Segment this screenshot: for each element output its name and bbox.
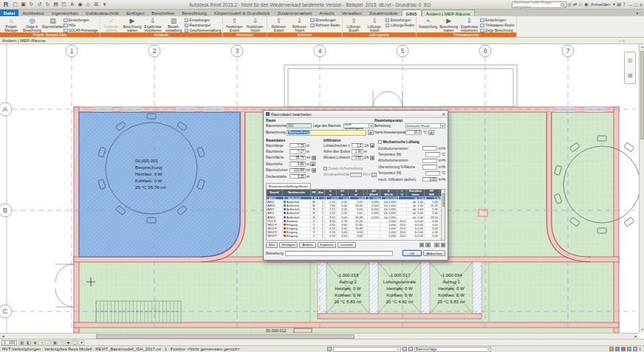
tab-gebäudetechnik[interactable]: Gebäudetechnik bbox=[82, 10, 123, 16]
links-icon[interactable] bbox=[615, 347, 620, 351]
scale-selector[interactable]: 1 : 100 bbox=[1, 340, 17, 345]
column-header-t[interactable]: t°C bbox=[397, 190, 407, 196]
section-icon[interactable]: ◇ bbox=[85, 1, 92, 7]
zoom-icon[interactable]: ⊞ bbox=[628, 72, 633, 79]
vertical-scrollbar[interactable]: ▲ ▼ bbox=[639, 44, 644, 333]
mech-infiltration-außen-field[interactable]: 0.00 bbox=[422, 177, 437, 182]
network-check-button[interactable]: ≈Netzprüfung bbox=[418, 16, 438, 29]
luftwechselrate-n50-field[interactable]: 1.5 bbox=[352, 143, 363, 148]
column-header-korrektur[interactable]: Korrekturfaktor bbox=[407, 190, 425, 196]
radiator-import-button[interactable]: ⇩Heizkörper- Import bbox=[245, 16, 265, 32]
settings-button[interactable]: Einstellungen bbox=[64, 18, 98, 23]
ribbon-collapse-icon[interactable]: ▾ ◦ bbox=[636, 10, 644, 16]
ändern-button[interactable]: Ändern bbox=[299, 242, 315, 248]
settings-button[interactable]: Einstellungen bbox=[185, 18, 222, 23]
underlay-icon[interactable] bbox=[627, 347, 631, 351]
view-restore-icon[interactable]: □ bbox=[623, 38, 625, 43]
refresh-icon[interactable]: ▦ bbox=[425, 243, 431, 247]
calc-icon[interactable]: ▦ bbox=[370, 143, 375, 148]
calc-area-icon[interactable]: ▦ bbox=[312, 156, 317, 160]
sync-with-central-icon[interactable]: ↻ bbox=[28, 1, 35, 7]
column-header-b[interactable]: bm bbox=[325, 190, 337, 196]
restore-icon[interactable]: □ bbox=[634, 2, 637, 7]
qat-menu-icon[interactable]: ▾ bbox=[101, 1, 108, 7]
pipe-network-export-button[interactable]: ⇧Rohrnetz- Export bbox=[269, 16, 289, 32]
scroll-down-icon[interactable]: ▼ bbox=[640, 327, 644, 333]
excel-export-icon[interactable]: ▦ bbox=[419, 243, 425, 247]
open-icon[interactable]: ▢ bbox=[12, 1, 18, 7]
redo-icon[interactable]: ↻ bbox=[44, 1, 51, 7]
tab-einfügen[interactable]: Einfügen bbox=[123, 10, 148, 16]
column-header-h-l[interactable]: h/lm bbox=[337, 190, 349, 196]
ventilation-import-button[interactable]: ⇩Lüftungs- Import bbox=[365, 16, 385, 32]
vertical-scroll-thumb[interactable] bbox=[640, 51, 644, 139]
settings-button[interactable]: Einstellungen bbox=[386, 18, 414, 23]
start-calculation-button[interactable]: ▶Berechnung starten bbox=[439, 16, 459, 32]
column-header-u[interactable]: ΔUW/m²K bbox=[368, 190, 380, 196]
zusatz-aufheiz-checkbox[interactable] bbox=[323, 167, 327, 170]
tab-raumumschliessungsflaeche[interactable]: Raumumschließungsfläche bbox=[266, 183, 311, 189]
column-header-ht[interactable]: HTW/K bbox=[425, 190, 439, 196]
bezeichnung-browse-button[interactable]: ▦ bbox=[368, 130, 374, 135]
visual-style-icon[interactable]: ◧ bbox=[25, 340, 31, 345]
filter-icon[interactable] bbox=[609, 347, 614, 351]
tab-verwalten[interactable]: Verwalten bbox=[338, 10, 365, 16]
deckenstärke-field[interactable]: 0.25 bbox=[290, 174, 306, 179]
sort-up-icon[interactable]: ▦ bbox=[434, 243, 439, 247]
favorites-icon[interactable]: ☆ bbox=[578, 1, 583, 7]
project-manager-button[interactable]: ⌂Projekt- Manager bbox=[1, 16, 21, 32]
tab-zusatzmodule[interactable]: Zusatzmodule bbox=[366, 10, 402, 16]
properties-button[interactable]: ▤Eigenschaften bbox=[43, 16, 63, 29]
tab-zusammenarbeit[interactable]: Zusammenarbeit bbox=[274, 10, 315, 16]
help-button[interactable]: Hilfe bbox=[64, 24, 98, 28]
raumhöhe-field[interactable]: 3.80 bbox=[290, 162, 306, 166]
room-stamp-button[interactable]: Raumstempel bbox=[185, 24, 222, 28]
column-header-a[interactable]: Am² bbox=[349, 190, 364, 196]
temperatur-m-field[interactable] bbox=[425, 152, 440, 156]
analytic-model-icon[interactable]: ● bbox=[78, 340, 84, 345]
column-header-bauteil[interactable]: Bauteil bbox=[267, 190, 283, 196]
save-icon[interactable]: ▣ bbox=[20, 1, 27, 7]
einfügen-button[interactable]: Einfügen bbox=[279, 242, 298, 248]
print-icon[interactable]: ▤ bbox=[52, 1, 59, 7]
scroll-up-icon[interactable]: ▲ bbox=[640, 44, 644, 50]
pipe-network-import-button[interactable]: ⇩Rohrnetz- Import bbox=[290, 16, 309, 32]
worksets-icon[interactable] bbox=[327, 347, 332, 351]
bezeichnung-field[interactable]: Besprechung bbox=[287, 130, 366, 136]
mech-lueftung-checkbox[interactable] bbox=[378, 140, 382, 144]
tab-ansicht[interactable]: Ansicht bbox=[315, 10, 338, 16]
workset-select[interactable]: ▼ bbox=[333, 347, 401, 352]
dialog-title-bar[interactable]: Raumdaten bearbeiten ✕ bbox=[264, 111, 448, 118]
cancel-button[interactable]: Abbrechen bbox=[423, 250, 445, 256]
raumbreite-field[interactable]: 7.17 bbox=[290, 149, 306, 153]
import-results-button[interactable]: ⇩Ergebnisse importieren bbox=[143, 16, 163, 32]
sun-path-icon[interactable]: ◉ bbox=[32, 340, 38, 345]
abluftvolumenstrom-field[interactable] bbox=[422, 159, 437, 163]
settings-button[interactable]: Einstellungen bbox=[310, 18, 340, 23]
start-calculation-button[interactable]: ▶Berechnung starten bbox=[123, 16, 143, 32]
surfaces-table[interactable]: BauteilNachbarseiteHRAnzbmh/lmAm²-ΔUW/m²… bbox=[266, 189, 445, 241]
tab-berechnung[interactable]: Berechnung bbox=[178, 10, 210, 16]
store-icon[interactable]: ▤ bbox=[617, 1, 621, 7]
thin-lines-icon[interactable]: ⊞ bbox=[93, 1, 100, 7]
calc-icon[interactable]: ▦ bbox=[370, 156, 375, 160]
view-minimize-icon[interactable]: – bbox=[619, 38, 621, 43]
drag-icon[interactable] bbox=[633, 347, 637, 351]
constraints-icon[interactable]: ▢ bbox=[72, 340, 78, 345]
table-row[interactable]: IW02⚑EingangO10.164.000.641.00020.0b 0.0… bbox=[267, 235, 441, 238]
import-results-button[interactable]: ⇩Ergebnisse importieren bbox=[459, 16, 479, 32]
kopieren-button[interactable]: Kopieren bbox=[318, 242, 337, 248]
dropdown-icon[interactable]: ▾ bbox=[613, 1, 615, 7]
reveal-hidden-icon[interactable]: ◆ bbox=[65, 340, 71, 345]
pipe-network-redim-button[interactable]: Rohrnetz-Redim bbox=[310, 24, 340, 28]
tab-ändern-mep-räume[interactable]: Ändern | MEP-Räume bbox=[422, 10, 475, 16]
column-header-nachbarseite[interactable]: Nachbarseite bbox=[283, 190, 311, 196]
lage-select[interactable]: nicht innenliegend▼ bbox=[343, 123, 374, 128]
design-option-select[interactable]: Basisvorlage▼ bbox=[414, 347, 491, 352]
exchange-icon[interactable]: ⇄ bbox=[573, 1, 577, 7]
3d-view-icon[interactable]: ◉ bbox=[77, 1, 83, 7]
tab-datei[interactable]: Datei bbox=[0, 10, 18, 16]
settings-button[interactable]: Einstellungen bbox=[480, 18, 514, 23]
calc-height-icon[interactable]: ▦ bbox=[310, 162, 315, 166]
detail-level-icon[interactable]: ▦ bbox=[18, 340, 24, 345]
